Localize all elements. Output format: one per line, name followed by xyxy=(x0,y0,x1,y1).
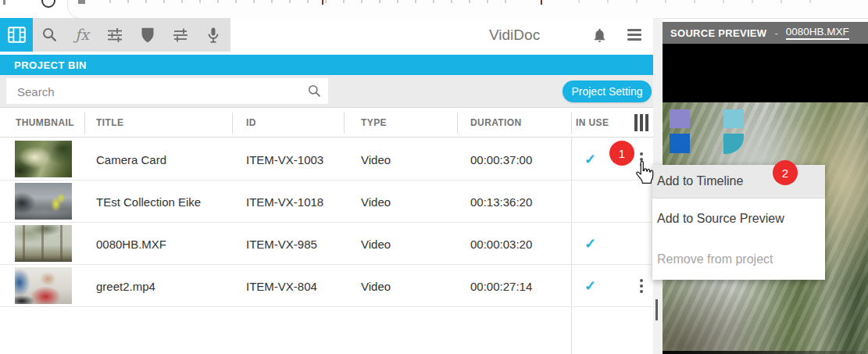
column-header-duration[interactable]: DURATION xyxy=(470,117,522,128)
video-letterbox-top xyxy=(663,44,868,102)
url-text-fragment xyxy=(322,0,323,5)
watermark-logo-square xyxy=(670,134,690,153)
adjust-sliders-icon xyxy=(172,27,189,44)
hand-cursor-icon xyxy=(633,160,654,189)
shield-icon xyxy=(140,27,155,44)
project-bin-panel: PROJECT BIN Project Setting THUMBNAIL TI… xyxy=(0,55,653,354)
source-preview-title: SOURCE PREVIEW xyxy=(670,27,766,39)
column-header-thumbnail[interactable]: THUMBNAIL xyxy=(16,117,74,128)
in-use-check-icon: ✓ xyxy=(584,151,596,168)
url-text-fragment xyxy=(541,0,542,5)
search-icon[interactable] xyxy=(307,84,322,98)
column-divider xyxy=(571,138,572,354)
table-row[interactable]: 0080HB.MXF ITEM-VX-985 Video 00:00:03:20… xyxy=(0,223,653,265)
item-duration: 00:13:36:20 xyxy=(470,195,532,208)
source-preview-separator: - xyxy=(774,27,777,39)
menu-item-add-to-timeline[interactable]: Add to Timeline xyxy=(652,165,825,198)
project-bin-tool-button[interactable] xyxy=(0,18,33,52)
row-context-menu: Add to Timeline Add to Source Preview Re… xyxy=(652,165,825,280)
project-setting-button[interactable]: Project Setting xyxy=(563,80,652,102)
project-bin-title: PROJECT BIN xyxy=(0,55,653,75)
microphone-icon xyxy=(205,27,221,44)
notifications-bell-icon[interactable] xyxy=(592,27,607,46)
table-row[interactable]: TEst Collection Eike ITEM-VX-1018 Video … xyxy=(0,181,653,223)
column-header-type[interactable]: TYPE xyxy=(361,117,387,128)
in-use-check-icon: ✓ xyxy=(584,235,596,252)
video-thumbnail[interactable] xyxy=(15,141,72,177)
menu-item-remove-from-project: Remove from project xyxy=(652,239,825,280)
browser-glyph-fragment xyxy=(3,0,5,5)
browser-icon-fragment xyxy=(41,0,55,8)
item-duration: 00:00:27:14 xyxy=(470,279,532,292)
item-title[interactable]: 0080HB.MXF xyxy=(96,237,166,250)
filmstrip-icon xyxy=(8,27,26,43)
video-thumbnail[interactable] xyxy=(15,183,72,220)
column-header-id[interactable]: ID xyxy=(246,117,256,128)
item-duration: 00:00:03:20 xyxy=(470,237,532,250)
item-type: Video xyxy=(361,237,391,250)
video-letterbox-bottom xyxy=(663,351,868,354)
row-menu-icon[interactable] xyxy=(640,279,643,293)
browser-chrome-fragment xyxy=(0,0,868,18)
annotation-badge-1: 1 xyxy=(609,141,634,166)
item-type: Video xyxy=(361,195,391,208)
source-preview-clip-name[interactable]: 0080HB.MXF xyxy=(786,26,849,40)
scrollbar-thumb[interactable] xyxy=(655,299,658,320)
watermark-logo-square xyxy=(723,109,744,128)
search-icon xyxy=(41,27,58,43)
item-type: Video xyxy=(361,152,391,166)
shield-tool-button[interactable] xyxy=(131,18,164,52)
table-row[interactable]: Camera Card ITEM-VX-1003 Video 00:00:37:… xyxy=(0,138,653,181)
browser-icon-fragment xyxy=(78,0,85,4)
app-header: ƒx xyxy=(0,18,653,55)
search-box[interactable] xyxy=(6,78,328,104)
in-use-check-icon: ✓ xyxy=(584,277,596,295)
table-row[interactable]: greet2.mp4 ITEM-VX-804 Video 00:00:27:14… xyxy=(0,265,653,307)
main-toolbar: ƒx xyxy=(0,18,230,52)
adjust-sliders-tool-button[interactable] xyxy=(164,18,197,52)
url-text-fragment xyxy=(109,0,508,3)
tune-sliders-icon xyxy=(106,27,123,44)
url-text-fragment xyxy=(578,0,836,3)
video-thumbnail[interactable] xyxy=(15,267,72,304)
menu-hamburger-icon[interactable] xyxy=(627,29,641,41)
source-preview-header: SOURCE PREVIEW - 0080HB.MXF xyxy=(663,22,868,44)
annotation-badge-2: 2 xyxy=(773,160,798,185)
table-header: THUMBNAIL TITLE ID TYPE DURATION IN USE xyxy=(0,107,653,138)
item-title[interactable]: TEst Collection Eike xyxy=(96,195,201,208)
search-row: Project Setting xyxy=(0,75,653,107)
column-settings-icon[interactable] xyxy=(634,114,648,131)
item-type: Video xyxy=(361,279,391,292)
item-title[interactable]: greet2.mp4 xyxy=(96,279,155,292)
app-title: VidiDoc xyxy=(489,18,540,52)
app-window: ƒx xyxy=(0,0,868,354)
column-header-title[interactable]: TITLE xyxy=(96,117,123,128)
watermark-logo-square xyxy=(670,109,690,128)
column-header-in-use[interactable]: IN USE xyxy=(576,117,609,128)
effects-tool-button[interactable]: ƒx xyxy=(66,18,98,52)
search-input[interactable] xyxy=(16,78,300,105)
menu-item-add-to-source-preview[interactable]: Add to Source Preview xyxy=(652,198,825,239)
item-id: ITEM-VX-1018 xyxy=(246,195,323,208)
item-id: ITEM-VX-1003 xyxy=(246,152,323,166)
item-id: ITEM-VX-804 xyxy=(246,279,317,292)
settings-sliders-tool-button[interactable] xyxy=(98,18,131,52)
item-id: ITEM-VX-985 xyxy=(246,237,317,250)
video-thumbnail[interactable] xyxy=(15,225,72,262)
fx-icon: ƒx xyxy=(75,27,89,42)
search-tool-button[interactable] xyxy=(33,18,66,52)
item-title[interactable]: Camera Card xyxy=(96,152,166,166)
microphone-tool-button[interactable] xyxy=(197,18,230,52)
item-duration: 00:00:37:00 xyxy=(470,152,532,166)
